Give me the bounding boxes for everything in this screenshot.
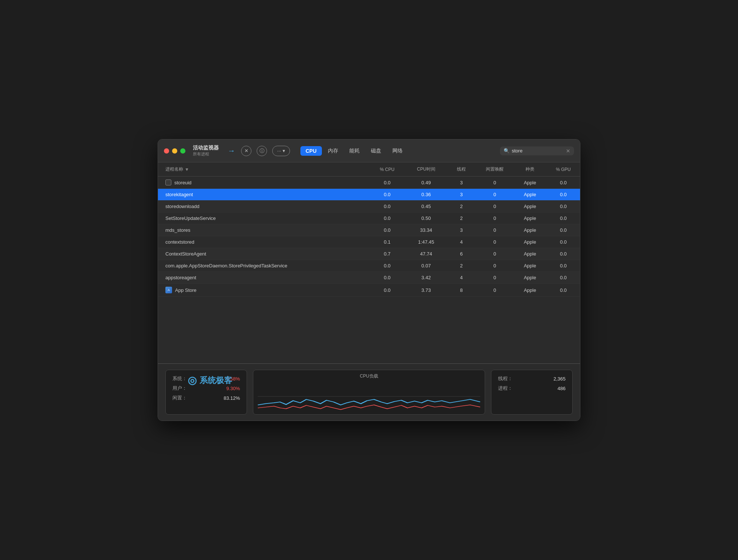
search-clear-icon[interactable]: ✕	[566, 148, 570, 154]
cpu-pct-cell: 0.0	[369, 274, 406, 281]
process-name: storekitagent	[158, 191, 369, 198]
col-header-cpu-time[interactable]: CPU时间	[406, 165, 447, 174]
maximize-button[interactable]	[180, 148, 185, 154]
gpu-pct-cell: 0.0	[547, 274, 580, 281]
cpu-pct-cell: 0.1	[369, 238, 406, 246]
close-button[interactable]	[164, 148, 169, 154]
cpu-time-cell: 3.73	[406, 287, 447, 294]
process-name: A App Store	[158, 286, 369, 294]
col-header-gpu-pct[interactable]: % GPU	[547, 165, 580, 174]
arrow-icon: →	[228, 146, 235, 155]
nav-tabs: CPU 内存 能耗 磁盘 网络	[300, 146, 408, 156]
threads-cell: 3	[447, 191, 476, 198]
col-header-name[interactable]: 进程名称 ▼	[158, 165, 369, 174]
table-row[interactable]: contextstored 0.1 1:47.45 4 0 Apple 0.0	[158, 236, 580, 248]
idle-wakeups-cell: 0	[476, 287, 513, 294]
gpu-pct-cell: 0.0	[547, 250, 580, 257]
process-stat-row: 进程： 486	[498, 385, 566, 392]
kind-cell: Apple	[513, 191, 547, 198]
col-header-idle-wakeups[interactable]: 闲置唤醒	[476, 165, 513, 174]
process-name: storeuid	[158, 179, 369, 186]
process-label: 进程：	[498, 385, 513, 392]
cpu-pct-cell: 0.0	[369, 191, 406, 198]
cpu-time-cell: 3.42	[406, 274, 447, 281]
threads-cell: 3	[447, 227, 476, 234]
table-row[interactable]: ContextStoreAgent 0.7 47.74 6 0 Apple 0.…	[158, 248, 580, 260]
table-row[interactable]: A App Store 0.0 3.73 8 0 Apple 0.0	[158, 284, 580, 297]
idle-label: 闲置：	[172, 395, 187, 401]
kind-cell: Apple	[513, 262, 547, 269]
idle-wakeups-cell: 0	[476, 227, 513, 234]
stop-button[interactable]: ✕	[241, 146, 251, 156]
watermark: ◎ 系统极客	[188, 374, 232, 386]
bottom-panel: 系统： 7.58% 用户： 9.30% 闲置： 83.12% CPU负载	[158, 363, 580, 421]
idle-wakeups-cell: 0	[476, 179, 513, 186]
idle-wakeups-cell: 0	[476, 215, 513, 222]
minimize-button[interactable]	[172, 148, 177, 154]
gpu-pct-cell: 0.0	[547, 203, 580, 210]
threads-cell: 2	[447, 215, 476, 222]
cpu-pct-cell: 0.0	[369, 215, 406, 222]
tab-energy[interactable]: 能耗	[344, 146, 365, 156]
process-checkbox[interactable]	[165, 179, 171, 185]
col-header-threads[interactable]: 线程	[447, 165, 476, 174]
table-row[interactable]: com.apple.AppStoreDaemon.StorePrivileged…	[158, 260, 580, 272]
col-header-cpu-pct[interactable]: % CPU	[369, 165, 406, 174]
col-header-kind[interactable]: 种类	[513, 165, 547, 174]
more-button[interactable]: ··· ▾	[272, 146, 290, 156]
kind-cell: Apple	[513, 238, 547, 246]
process-name: contextstored	[158, 238, 369, 246]
idle-value: 83.12%	[224, 395, 240, 401]
idle-wakeups-cell: 0	[476, 250, 513, 257]
cpu-pct-cell: 0.0	[369, 203, 406, 210]
gpu-pct-cell: 0.0	[547, 191, 580, 198]
tab-memory[interactable]: 内存	[323, 146, 343, 156]
cpu-time-cell: 0.49	[406, 179, 447, 186]
search-box[interactable]: 🔍 ✕	[500, 146, 574, 155]
watermark-icon: ◎	[188, 374, 197, 386]
activity-monitor-window: 活动监视器 所有进程 → ✕ ⓘ ··· ▾ CPU 内存 能耗 磁盘 网络 🔍…	[158, 139, 580, 421]
process-name: com.apple.AppStoreDaemon.StorePrivileged…	[158, 262, 369, 269]
cpu-time-cell: 1:47.45	[406, 238, 447, 246]
threads-cell: 3	[447, 179, 476, 186]
watermark-text: 系统极客	[200, 375, 232, 386]
process-name: mds_stores	[158, 227, 369, 234]
cpu-time-cell: 0.45	[406, 203, 447, 210]
process-name: SetStoreUpdateService	[158, 215, 369, 222]
table-row[interactable]: appstoreagent 0.0 3.42 4 0 Apple 0.0	[158, 272, 580, 284]
kind-cell: Apple	[513, 179, 547, 186]
threads-cell: 4	[447, 238, 476, 246]
idle-wakeups-cell: 0	[476, 191, 513, 198]
info-button[interactable]: ⓘ	[257, 146, 267, 156]
process-list: storeuid 0.0 0.49 3 0 Apple 0.0 storekit…	[158, 177, 580, 363]
threads-cell: 8	[447, 287, 476, 294]
kind-cell: Apple	[513, 227, 547, 234]
tab-network[interactable]: 网络	[387, 146, 408, 156]
gpu-pct-cell: 0.0	[547, 215, 580, 222]
traffic-lights	[164, 148, 185, 154]
titlebar: 活动监视器 所有进程 → ✕ ⓘ ··· ▾ CPU 内存 能耗 磁盘 网络 🔍…	[158, 139, 580, 162]
table-header: 进程名称 ▼ % CPU CPU时间 线程 闲置唤醒 种类 % GPU	[158, 162, 580, 177]
kind-cell: Apple	[513, 287, 547, 294]
system-label: 系统：	[172, 375, 187, 382]
table-row[interactable]: storedownloadd 0.0 0.45 2 0 Apple 0.0	[158, 201, 580, 213]
tab-cpu[interactable]: CPU	[300, 146, 322, 156]
table-row[interactable]: storeuid 0.0 0.49 3 0 Apple 0.0	[158, 177, 580, 189]
empty-space	[158, 297, 580, 363]
idle-wakeups-cell: 0	[476, 262, 513, 269]
cpu-time-cell: 33.34	[406, 227, 447, 234]
search-input[interactable]	[512, 148, 564, 154]
threads-cell: 4	[447, 274, 476, 281]
process-name: appstoreagent	[158, 274, 369, 281]
table-row[interactable]: SetStoreUpdateService 0.0 0.50 2 0 Apple…	[158, 213, 580, 224]
cpu-pct-cell: 0.0	[369, 287, 406, 294]
idle-wakeups-cell: 0	[476, 238, 513, 246]
table-row[interactable]: mds_stores 0.0 33.34 3 0 Apple 0.0	[158, 224, 580, 236]
cpu-pct-cell: 0.0	[369, 227, 406, 234]
gpu-pct-cell: 0.0	[547, 262, 580, 269]
tab-disk[interactable]: 磁盘	[366, 146, 386, 156]
cpu-time-cell: 0.50	[406, 215, 447, 222]
table-row[interactable]: storekitagent 0.0 0.36 3 0 Apple 0.0	[158, 189, 580, 201]
idle-wakeups-cell: 0	[476, 274, 513, 281]
app-title: 活动监视器 所有进程	[193, 145, 219, 157]
